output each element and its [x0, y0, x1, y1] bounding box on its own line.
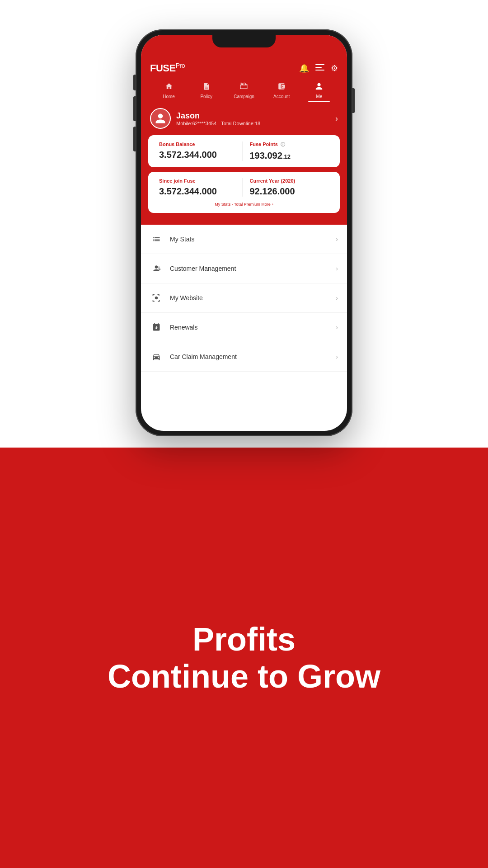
fuse-points-label: Fuse Points ⓘ — [250, 142, 329, 148]
current-year-value: 92.126.000 — [250, 186, 329, 197]
car-claim-label: Car Claim Management — [170, 353, 237, 360]
svg-rect-1 — [315, 67, 322, 68]
volume-down-button — [133, 127, 136, 151]
stats-card: Since join Fuse 3.572.344.000 Current Ye… — [148, 172, 340, 213]
my-website-label: My Website — [170, 294, 203, 302]
logo-row: FUSEPro 🔔 ⚙ — [150, 62, 338, 80]
fuse-points-value: 193.092.12 — [250, 151, 329, 161]
bonus-card-row: Bonus Balance 3.572.344.000 Fuse Points … — [155, 142, 333, 161]
current-year-label: Current Year (2020) — [250, 178, 329, 184]
bell-icon[interactable]: 🔔 — [299, 63, 309, 73]
menu-icon[interactable] — [315, 63, 324, 73]
stats-card-link[interactable]: My Stats - Total Premium More › — [155, 201, 333, 207]
profile-chevron-icon: › — [335, 114, 338, 123]
tab-campaign[interactable]: Campaign — [230, 82, 258, 102]
phone-screen: FUSEPro 🔔 ⚙ — [141, 35, 347, 431]
menu-item-customer-management[interactable]: Customer Management › — [141, 254, 347, 283]
link-arrow-icon: › — [272, 202, 273, 207]
bonus-balance-col: Bonus Balance 3.572.344.000 — [155, 142, 243, 161]
me-icon — [315, 82, 323, 93]
campaign-icon — [240, 82, 248, 93]
cards-area: Bonus Balance 3.572.344.000 Fuse Points … — [141, 135, 347, 225]
customer-management-chevron-icon: › — [336, 265, 338, 272]
menu-item-car-claim[interactable]: Car Claim Management › — [141, 342, 347, 372]
profile-left: Jason Mobile:62****3454 Total Downline:1… — [150, 108, 260, 129]
renewals-label: Renewals — [170, 324, 197, 331]
renewals-icon — [150, 321, 163, 334]
since-join-value: 3.572.344.000 — [159, 186, 239, 197]
account-icon — [277, 82, 286, 93]
customer-management-icon — [150, 262, 163, 275]
menu-item-left: My Website — [150, 292, 203, 304]
tagline-line2: Continue to Grow — [108, 658, 380, 695]
info-icon: ⓘ — [281, 142, 285, 147]
renewals-chevron-icon: › — [336, 324, 338, 331]
status-bar — [150, 48, 338, 62]
tagline-line1: Profits — [192, 621, 296, 658]
avatar — [150, 108, 171, 129]
my-stats-label: My Stats — [170, 236, 194, 243]
header-icons: 🔔 ⚙ — [299, 63, 338, 73]
bonus-card: Bonus Balance 3.572.344.000 Fuse Points … — [148, 135, 340, 167]
svg-rect-2 — [315, 70, 324, 71]
phone-frame: FUSEPro 🔔 ⚙ — [136, 29, 352, 436]
top-section: FUSEPro 🔔 ⚙ — [0, 0, 488, 448]
power-button — [352, 88, 355, 113]
home-icon — [165, 82, 173, 93]
current-year-col: Current Year (2020) 92.126.000 — [243, 178, 333, 197]
app-logo: FUSEPro — [150, 62, 185, 74]
bonus-balance-label: Bonus Balance — [159, 142, 239, 147]
menu-item-renewals[interactable]: Renewals › — [141, 313, 347, 342]
svg-point-3 — [159, 267, 160, 268]
profile-name: Jason — [176, 111, 260, 121]
volume-up-button — [133, 96, 136, 121]
tab-policy[interactable]: Policy — [193, 82, 220, 102]
tab-me[interactable]: Me — [305, 82, 333, 102]
menu-item-my-website[interactable]: My Website › — [141, 283, 347, 313]
tab-account[interactable]: Account — [268, 82, 295, 102]
profile-mobile: Mobile:62****3454 — [176, 121, 216, 126]
profile-info: Jason Mobile:62****3454 Total Downline:1… — [176, 111, 260, 126]
profile-meta: Mobile:62****3454 Total Downline:18 — [176, 121, 260, 126]
car-claim-icon — [150, 350, 163, 363]
profile-downline: Total Downline:18 — [221, 121, 260, 126]
menu-item-my-stats[interactable]: My Stats › — [141, 225, 347, 254]
nav-tabs: Home Policy Campaign — [150, 80, 338, 102]
notch — [212, 35, 276, 47]
since-join-label: Since join Fuse — [159, 178, 239, 184]
menu-item-left: Car Claim Management — [150, 350, 237, 363]
settings-icon[interactable]: ⚙ — [331, 63, 338, 73]
stats-card-row: Since join Fuse 3.572.344.000 Current Ye… — [155, 178, 333, 197]
my-website-icon — [150, 292, 163, 304]
policy-icon — [202, 82, 211, 93]
fuse-points-col: Fuse Points ⓘ 193.092.12 — [243, 142, 333, 161]
bottom-section: Profits Continue to Grow — [0, 448, 488, 868]
customer-management-label: Customer Management — [170, 265, 236, 272]
svg-rect-0 — [315, 64, 324, 65]
tab-home[interactable]: Home — [155, 82, 183, 102]
mute-button — [133, 75, 136, 90]
my-stats-chevron-icon: › — [336, 236, 338, 243]
menu-list: My Stats › Customer Management › — [141, 225, 347, 372]
my-website-chevron-icon: › — [336, 294, 338, 302]
menu-item-left: Renewals — [150, 321, 197, 334]
menu-item-left: Customer Management — [150, 262, 236, 275]
my-stats-icon — [150, 233, 163, 245]
car-claim-chevron-icon: › — [336, 353, 338, 360]
bonus-balance-value: 3.572.344.000 — [159, 150, 239, 160]
profile-section[interactable]: Jason Mobile:62****3454 Total Downline:1… — [141, 102, 347, 135]
menu-item-left: My Stats — [150, 233, 194, 245]
since-join-col: Since join Fuse 3.572.344.000 — [155, 178, 243, 197]
